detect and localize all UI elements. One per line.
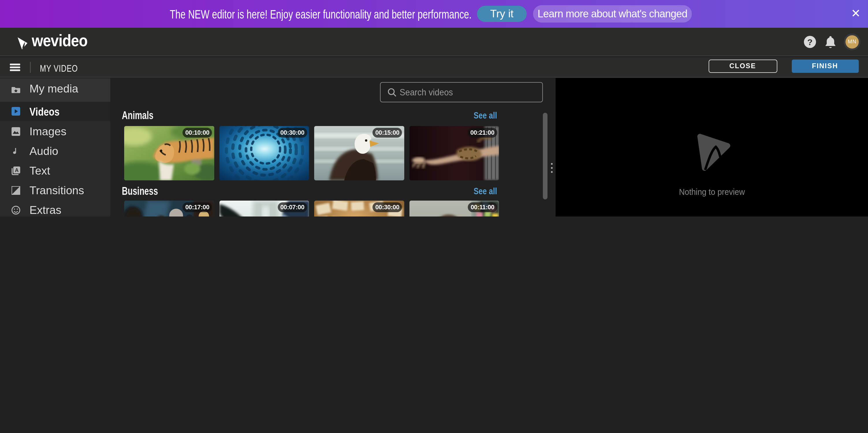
svg-text:A: A: [15, 167, 19, 173]
